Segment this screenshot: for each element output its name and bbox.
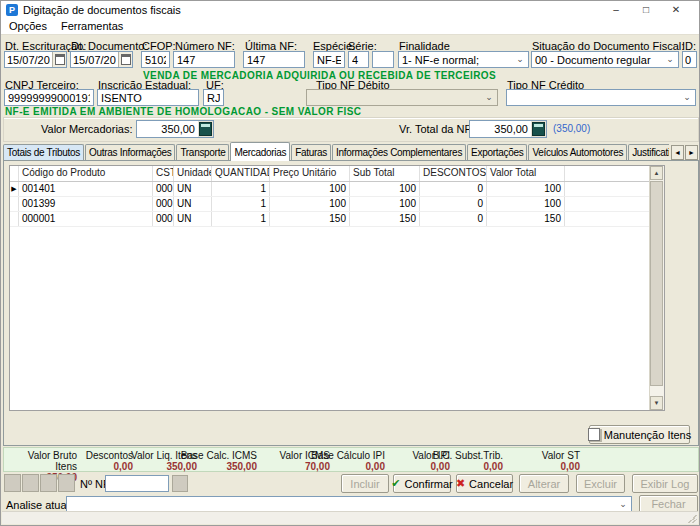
nf-search-button[interactable] <box>172 475 188 492</box>
finalidade-select[interactable]: 1- NF-e normal; ⌄ <box>398 51 529 68</box>
cell-sub-total: 100 <box>350 182 420 196</box>
maximize-icon[interactable]: □ <box>631 2 661 17</box>
numero-nf-input[interactable] <box>173 51 235 68</box>
cell-valor-total: 100 <box>487 197 565 211</box>
tab-totais-de-tributos[interactable]: Totais de Tributos <box>3 144 84 161</box>
alterar-button[interactable]: Alterar <box>519 474 569 493</box>
nav-prev-button[interactable] <box>22 474 39 492</box>
nf-input[interactable] <box>105 475 169 492</box>
confirmar-button[interactable]: ✔ Confirmar <box>393 474 451 493</box>
cell-sub-total: 150 <box>350 212 420 226</box>
calendar-icon[interactable] <box>118 52 132 67</box>
chevron-down-icon: ⌄ <box>679 90 695 105</box>
cell-descontos: 0 <box>420 212 487 226</box>
cell-cst: 000 <box>153 212 174 226</box>
table-row[interactable]: 001399 000 UN 1 100 100 0 100 <box>10 197 664 212</box>
cell-codigo: 001401 <box>19 182 153 196</box>
tab-exportacoes[interactable]: Exportações <box>467 144 527 161</box>
exibir-log-button[interactable]: Exibir Log <box>632 474 698 493</box>
tab-informacoes-complementares[interactable]: Informações Complementares <box>332 144 466 161</box>
status-bar <box>2 511 698 524</box>
tab-strip: Totais de Tributos Outras Informações Tr… <box>3 142 669 161</box>
calculator-icon[interactable] <box>198 121 213 137</box>
cancelar-button[interactable]: ✖ Cancelar <box>456 474 513 493</box>
dt-escrituracao-input[interactable] <box>5 52 52 67</box>
vr-total-nf-hint: (350,00) <box>553 123 590 134</box>
resize-grip[interactable] <box>687 513 697 523</box>
cell-quantidade: 1 <box>212 212 270 226</box>
items-grid: Código do Produto CST Unidade QUANTIDADE… <box>9 165 665 411</box>
tab-veiculos-automotores[interactable]: Veículos Automotores <box>528 144 627 161</box>
serie-input[interactable] <box>348 51 369 68</box>
dt-documento-input[interactable] <box>71 52 118 67</box>
menu-opcoes[interactable]: Opções <box>9 20 47 32</box>
vr-total-nf-field[interactable]: 350,00 <box>469 120 547 138</box>
cfop-input[interactable] <box>141 51 170 68</box>
scroll-up-icon[interactable]: ▲ <box>650 166 663 180</box>
col-descontos[interactable]: DESCONTOS <box>420 166 487 181</box>
tab-scroll-right-icon[interactable]: ► <box>685 145 698 160</box>
vr-total-nf-value: 350,00 <box>470 123 531 135</box>
tipo-nf-debito-select[interactable]: ⌄ <box>306 89 498 106</box>
scroll-down-icon[interactable]: ▼ <box>650 396 663 410</box>
tab-transporte[interactable]: Transporte <box>176 144 229 161</box>
nav-first-button[interactable] <box>4 474 21 492</box>
cell-unidade: UN <box>174 182 212 196</box>
dt-documento-field[interactable] <box>70 51 133 68</box>
excluir-button[interactable]: Excluir <box>576 474 625 493</box>
situacao-select[interactable]: 00 - Documento regular ⌄ <box>531 51 679 68</box>
table-row[interactable]: 000001 000 UN 1 150 150 0 150 <box>10 212 664 227</box>
calendar-icon[interactable] <box>52 52 66 67</box>
window-controls: – □ ✕ <box>601 2 691 17</box>
col-preco-unitario[interactable]: Preço Unitário <box>270 166 350 181</box>
vertical-scrollbar[interactable]: ▲ ▼ <box>649 166 664 410</box>
tab-mercadorias[interactable]: Mercadorias <box>230 142 290 161</box>
menu-ferramentas[interactable]: Ferramentas <box>61 20 123 32</box>
manutencao-itens-button[interactable]: Manutenção Itens <box>589 425 690 444</box>
total-valor-st: Valor ST 0,00 <box>542 450 580 472</box>
tipo-nf-credito-select[interactable]: ⌄ <box>506 89 696 106</box>
totals-strip: Valor Bruto Itens 350,00 Descontos 0,00 … <box>3 447 699 472</box>
tab-outras-informacoes[interactable]: Outras Informações <box>85 144 175 161</box>
scrollbar-thumb[interactable] <box>650 181 663 386</box>
calculator-icon[interactable] <box>531 121 546 137</box>
inscricao-estadual-input[interactable] <box>97 89 199 106</box>
incluir-button[interactable]: Incluir <box>341 474 389 493</box>
col-sub-total[interactable]: Sub Total <box>350 166 420 181</box>
uf-input[interactable] <box>203 89 224 106</box>
vr-total-nf-label: Vr. Total da NF: <box>399 123 474 135</box>
x-icon: ✖ <box>456 477 465 490</box>
cell-cst: 000 <box>153 197 174 211</box>
tab-faturas[interactable]: Faturas <box>291 144 331 161</box>
total-descontos: Descontos 0,00 <box>86 450 133 472</box>
document-icon <box>588 428 600 441</box>
nav-last-button[interactable] <box>58 474 75 492</box>
title-bar: P Digitação de documentos fiscais – □ ✕ <box>1 1 699 18</box>
situacao-value: 00 - Documento regular <box>535 54 651 66</box>
tab-justificativas[interactable]: Justificativas <box>628 144 669 161</box>
nav-next-button[interactable] <box>40 474 57 492</box>
col-codigo-do-produto[interactable]: Código do Produto <box>19 166 153 181</box>
cell-codigo: 001399 <box>19 197 153 211</box>
id-input[interactable] <box>682 51 697 68</box>
menu-bar: Opções Ferramentas <box>1 18 699 35</box>
close-icon[interactable]: ✕ <box>661 2 691 17</box>
valor-mercadorias-value: 350,00 <box>137 123 198 135</box>
especie-input[interactable] <box>313 51 345 68</box>
homologacao-notice-text: NF-E EMITIDA EM AMBIENTE DE HOMOLOGACAO … <box>5 106 361 117</box>
cell-cst: 000 <box>153 182 174 196</box>
col-unidade[interactable]: Unidade <box>174 166 212 181</box>
table-row[interactable]: ▶ 001401 000 UN 1 100 100 0 100 <box>10 182 664 197</box>
valor-mercadorias-label: Valor Mercadorias: <box>41 123 133 135</box>
col-cst[interactable]: CST <box>153 166 174 181</box>
ultima-nf-input[interactable] <box>243 51 305 68</box>
serie-extra-input[interactable] <box>372 51 394 68</box>
minimize-icon[interactable]: – <box>601 2 631 17</box>
col-quantidade[interactable]: QUANTIDADE <box>212 166 270 181</box>
cnpj-terceiro-input[interactable] <box>4 89 94 106</box>
cell-preco-unitario: 100 <box>270 182 350 196</box>
valor-mercadorias-field[interactable]: 350,00 <box>136 120 214 138</box>
tab-scroll-left-icon[interactable]: ◄ <box>671 145 684 160</box>
dt-escrituracao-field[interactable] <box>4 51 67 68</box>
col-valor-total[interactable]: Valor Total <box>487 166 565 181</box>
